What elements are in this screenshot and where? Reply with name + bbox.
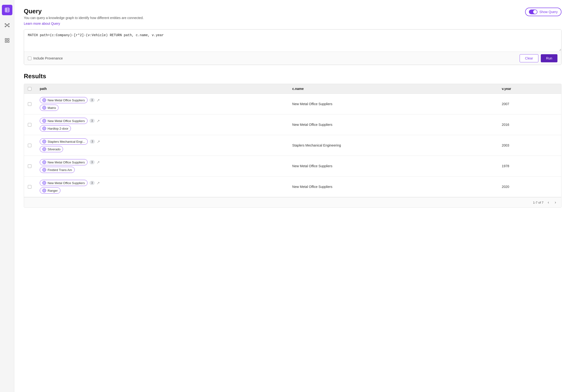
path-row-main: New Metal Office Suppliers 3 ↗ (40, 180, 285, 186)
count-bubble: 3 (89, 160, 95, 164)
count-bubble: 3 (89, 98, 95, 102)
node-circle-icon (42, 181, 46, 185)
sidebar-item-table[interactable] (2, 5, 12, 15)
node-circle-sub-icon (42, 168, 46, 172)
row-select-cell (24, 94, 36, 114)
show-query-label: Show Query (539, 10, 558, 14)
results-tbody: New Metal Office Suppliers 3 ↗ Matrix Ne… (24, 94, 561, 197)
svg-rect-16 (7, 41, 9, 42)
path-cell-inner: New Metal Office Suppliers 3 ↗ Ranger (40, 180, 285, 194)
path-cell: New Metal Office Suppliers 3 ↗ Firebird … (36, 156, 288, 177)
node-badge-main[interactable]: New Metal Office Suppliers (40, 97, 87, 103)
select-all-header (24, 84, 36, 94)
count-bubble: 3 (89, 181, 95, 185)
table-row: New Metal Office Suppliers 3 ↗ Firebird … (24, 156, 561, 177)
node-badge-main[interactable]: New Metal Office Suppliers (40, 159, 87, 165)
expand-icon[interactable]: ↗ (97, 140, 100, 144)
results-table-wrapper: path c.name v.year New Metal Offic (24, 84, 561, 208)
count-bubble: 3 (89, 119, 95, 123)
cname-cell: New Metal Office Suppliers (288, 177, 498, 197)
prev-page-button[interactable]: ‹ (546, 200, 550, 205)
table-head: path c.name v.year (24, 84, 561, 94)
learn-more-link[interactable]: Learn more about Query (24, 22, 60, 26)
node-badge-sub[interactable]: Matrix (40, 105, 58, 111)
col-vyear: v.year (498, 84, 561, 94)
next-page-button[interactable]: › (553, 200, 557, 205)
path-row-sub: Silverado (40, 146, 285, 152)
cname-cell: Staplers Mechanical Engineering (288, 135, 498, 156)
node-label-sub: Matrix (48, 106, 56, 110)
node-label-main: New Metal Office Suppliers (48, 161, 85, 164)
table-row: New Metal Office Suppliers 3 ↗ Matrix Ne… (24, 94, 561, 114)
provenance-checkbox[interactable] (28, 56, 31, 60)
show-query-toggle[interactable]: Show Query (525, 8, 561, 16)
node-label-main: New Metal Office Suppliers (48, 119, 85, 123)
query-title-block: Query You can query a knowledge graph to… (24, 8, 144, 26)
svg-rect-15 (5, 41, 6, 42)
node-circle-sub-icon (42, 106, 46, 110)
row-checkbox[interactable] (28, 164, 31, 168)
node-label-sub: Hardtop 2-door (48, 127, 68, 130)
vyear-cell: 2020 (498, 177, 561, 197)
row-select-cell (24, 114, 36, 135)
node-badge-main[interactable]: New Metal Office Suppliers (40, 180, 87, 186)
svg-rect-13 (5, 39, 6, 40)
svg-rect-14 (7, 39, 9, 40)
path-cell-inner: New Metal Office Suppliers 3 ↗ Firebird … (40, 159, 285, 173)
table-row: Staplers Mechanical Engi... 3 ↗ Silverad… (24, 135, 561, 156)
svg-line-9 (6, 24, 6, 25)
node-badge-main[interactable]: Staplers Mechanical Engi... (40, 139, 88, 145)
row-checkbox[interactable] (28, 144, 31, 147)
vyear-cell: 2007 (498, 94, 561, 114)
path-row-sub: Hardtop 2-door (40, 125, 285, 132)
path-row-sub: Matrix (40, 105, 285, 111)
row-checkbox[interactable] (28, 102, 31, 106)
row-checkbox[interactable] (28, 185, 31, 189)
query-input[interactable]: MATCH path=(c:Company)-[r*2]-(v:Vehicle)… (24, 29, 561, 51)
path-row-main: New Metal Office Suppliers 3 ↗ (40, 118, 285, 124)
node-badge-sub[interactable]: Firebird Trans Am (40, 167, 75, 173)
table-row: New Metal Office Suppliers 3 ↗ Hardtop 2… (24, 114, 561, 135)
svg-line-11 (6, 26, 6, 26)
node-circle-sub-icon (42, 147, 46, 151)
sidebar-item-schema[interactable] (2, 35, 12, 46)
node-label-main: New Metal Office Suppliers (48, 98, 85, 102)
expand-icon[interactable]: ↗ (97, 181, 100, 185)
svg-point-6 (8, 24, 9, 25)
node-circle-icon (42, 160, 46, 164)
node-badge-sub[interactable]: Ranger (40, 187, 60, 194)
query-section: Query You can query a knowledge graph to… (24, 8, 561, 65)
path-row-main: New Metal Office Suppliers 3 ↗ (40, 97, 285, 103)
node-badge-sub[interactable]: Hardtop 2-door (40, 125, 71, 132)
path-row-main: Staplers Mechanical Engi... 3 ↗ (40, 139, 285, 145)
expand-icon[interactable]: ↗ (97, 160, 100, 165)
run-button[interactable]: Run (541, 54, 557, 62)
node-circle-icon (42, 140, 46, 143)
provenance-text: Include Provenance (33, 56, 63, 60)
path-row-sub: Ranger (40, 187, 285, 194)
pagination-info: 1-7 of 7 (533, 201, 543, 204)
toggle-knob (533, 10, 537, 14)
count-bubble: 3 (90, 140, 95, 144)
node-badge-main[interactable]: New Metal Office Suppliers (40, 118, 87, 124)
svg-line-12 (8, 26, 8, 26)
svg-point-8 (8, 26, 9, 27)
row-checkbox[interactable] (28, 123, 31, 126)
path-cell: Staplers Mechanical Engi... 3 ↗ Silverad… (36, 135, 288, 156)
expand-icon[interactable]: ↗ (97, 119, 100, 123)
path-row-sub: Firebird Trans Am (40, 167, 285, 173)
provenance-label[interactable]: Include Provenance (28, 56, 63, 60)
clear-button[interactable]: Clear (520, 54, 538, 62)
results-section: Results path c.name v.year (24, 72, 561, 208)
query-box: MATCH path=(c:Company)-[r*2]-(v:Vehicle)… (24, 29, 561, 65)
svg-point-5 (5, 24, 6, 25)
node-circle-sub-icon (42, 126, 46, 130)
expand-icon[interactable]: ↗ (97, 98, 100, 102)
node-badge-sub[interactable]: Silverado (40, 146, 63, 152)
sidebar-item-graph[interactable] (2, 20, 12, 30)
select-all-checkbox[interactable] (28, 87, 31, 91)
col-cname: c.name (288, 84, 498, 94)
row-select-cell (24, 177, 36, 197)
svg-point-7 (5, 26, 6, 27)
path-cell-inner: New Metal Office Suppliers 3 ↗ Matrix (40, 97, 285, 111)
